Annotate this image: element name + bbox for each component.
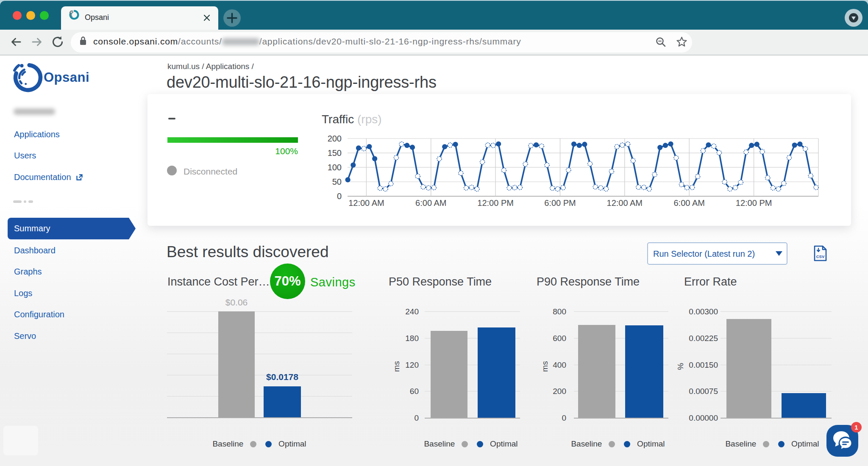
svg-text:200: 200: [328, 134, 342, 143]
svg-text:6:00 AM: 6:00 AM: [415, 198, 446, 208]
svg-text:12:00 AM: 12:00 AM: [607, 198, 643, 208]
svg-text:0: 0: [337, 191, 342, 201]
svg-text:100: 100: [328, 163, 342, 172]
svg-text:12:00 PM: 12:00 PM: [736, 198, 772, 208]
svg-text:CSV: CSV: [816, 254, 825, 259]
svg-text:6:00 AM: 6:00 AM: [674, 198, 705, 208]
svg-text:12:00 PM: 12:00 PM: [477, 198, 514, 208]
svg-text:12:00 AM: 12:00 AM: [348, 198, 384, 208]
svg-text:150: 150: [328, 148, 342, 158]
svg-text:6:00 PM: 6:00 PM: [544, 198, 576, 208]
svg-text:50: 50: [332, 177, 342, 186]
